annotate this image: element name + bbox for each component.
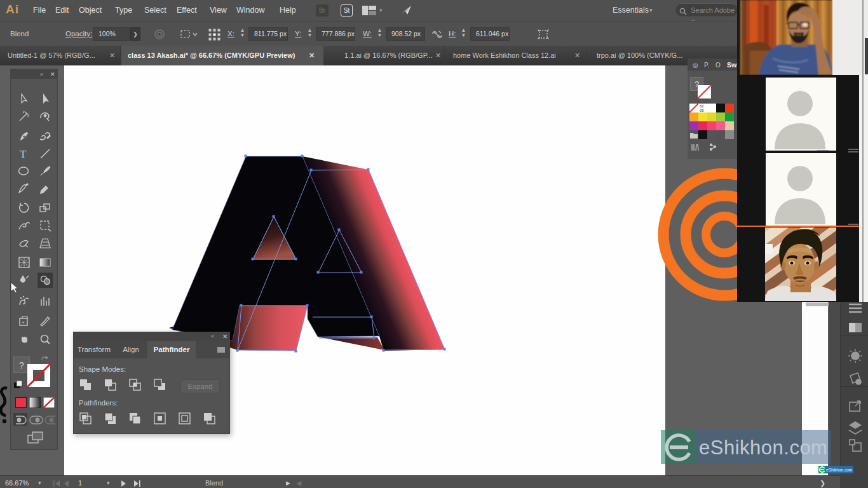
svg-text:T: T [20, 148, 27, 160]
svg-text:+: + [22, 320, 25, 325]
svg-text:62: 62 [700, 104, 704, 108]
